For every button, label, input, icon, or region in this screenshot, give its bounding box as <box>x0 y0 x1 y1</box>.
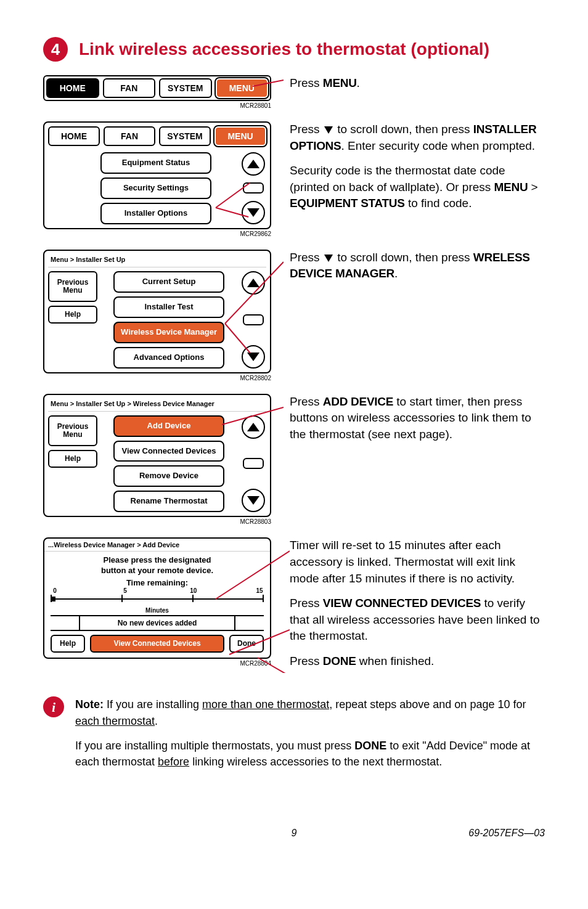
fig5-breadcrumb: ...Wireless Device Manager > Add Device <box>44 539 270 552</box>
arrow-up-icon <box>247 423 259 431</box>
scroll-down-button[interactable] <box>242 201 265 224</box>
arrow-down-icon <box>247 353 259 361</box>
add-device-message: Please press the designated button at yo… <box>44 552 270 577</box>
info-icon: i <box>43 696 64 717</box>
scroll-down-button[interactable] <box>242 489 265 512</box>
menu-equipment-status[interactable]: Equipment Status <box>100 152 211 174</box>
t: Press <box>290 654 323 667</box>
scroll-up-button[interactable] <box>242 152 265 176</box>
fig2-panel: HOME FAN SYSTEM MENU Equipment Status Se… <box>43 121 271 229</box>
t: . <box>357 76 360 89</box>
tab-menu[interactable]: MENU <box>216 78 269 98</box>
down-arrow-icon <box>324 126 333 134</box>
t: button at your remote device. <box>101 566 213 575</box>
arrow-down-icon <box>247 496 259 505</box>
note-label: Note: <box>75 698 104 711</box>
arrow-up-icon <box>247 279 259 287</box>
page-number: 9 <box>136 828 452 839</box>
fig2-ref: MCR29862 <box>43 230 271 237</box>
scroll-up-button[interactable] <box>242 415 265 439</box>
t: If you are installing multiple thermosta… <box>75 740 354 752</box>
t: Press <box>290 597 323 609</box>
tick-0: 0 <box>53 587 57 594</box>
select-button[interactable] <box>243 182 264 194</box>
tab-system[interactable]: SYSTEM <box>159 78 212 98</box>
time-remaining-label: Time remaining: <box>44 578 270 587</box>
t: DONE <box>323 654 356 667</box>
t: when finished. <box>356 654 435 667</box>
tab-home[interactable]: HOME <box>46 78 99 98</box>
tick-5: 5 <box>123 587 127 594</box>
t: more than one thermostat <box>202 698 329 711</box>
step-header: 4 Link wireless accessories to thermosta… <box>43 37 545 62</box>
menu-view-connected-devices[interactable]: View Connected Devices <box>113 441 224 462</box>
t: Press <box>290 251 323 264</box>
scroll-up-button[interactable] <box>242 271 265 295</box>
step-title: Link wireless accessories to thermostat … <box>79 39 489 59</box>
t: each thermostat <box>75 715 155 727</box>
tick-10: 10 <box>190 587 197 594</box>
menu-rename-thermostat[interactable]: Rename Thermostat <box>113 491 224 512</box>
timer-ruler: 0 5 10 15 <box>51 590 264 607</box>
help-button[interactable]: Help <box>51 635 85 653</box>
t: to scroll down, then press <box>334 123 473 136</box>
fig1-ref: MCR28801 <box>43 102 271 109</box>
select-button[interactable] <box>243 314 264 325</box>
t: Press <box>290 76 323 89</box>
tab-menu[interactable]: MENU <box>214 126 266 146</box>
minutes-label: Minutes <box>44 607 270 614</box>
menu-installer-options[interactable]: Installer Options <box>100 203 211 224</box>
down-arrow-icon <box>324 255 333 262</box>
tab-home[interactable]: HOME <box>48 126 100 146</box>
tab-fan[interactable]: FAN <box>103 78 156 98</box>
t: VIEW CONNECTED DEVICES <box>323 597 481 609</box>
t: MENU <box>323 76 357 89</box>
fig5-panel: ...Wireless Device Manager > Add Device … <box>43 537 271 659</box>
t: If you are installing <box>104 698 202 711</box>
arrow-down-icon <box>247 208 259 217</box>
t: Press <box>290 395 323 408</box>
step-number-badge: 4 <box>43 37 68 62</box>
t: linking wireless accessories to the next… <box>189 756 442 768</box>
t: to find code. <box>405 197 472 210</box>
note-block: i Note: If you are installing more than … <box>43 696 545 778</box>
done-button[interactable]: Done <box>229 635 264 653</box>
fig4-ref: MCR28803 <box>43 518 271 525</box>
page-footer: 9 69-2057EFS—03 <box>43 828 545 839</box>
menu-add-device[interactable]: Add Device <box>113 415 224 437</box>
t: DONE <box>354 740 386 752</box>
help-button[interactable]: Help <box>48 306 97 324</box>
fig1-tabs: HOME FAN SYSTEM MENU <box>43 75 271 101</box>
menu-remove-device[interactable]: Remove Device <box>113 465 224 487</box>
select-button[interactable] <box>243 458 264 469</box>
arrow-up-icon <box>247 160 259 168</box>
fig3-breadcrumb: Menu > Installer Set Up <box>48 255 266 267</box>
tick-15: 15 <box>256 587 263 594</box>
fig5-instruction: Timer will re-set to 15 minutes after ea… <box>290 537 545 678</box>
view-connected-devices-button[interactable]: View Connected Devices <box>90 635 224 653</box>
tab-system[interactable]: SYSTEM <box>159 126 211 146</box>
fig4-panel: Menu > Installer Set Up > Wireless Devic… <box>43 394 271 518</box>
fig3-instruction: Press to scroll down, then press WRELESS… <box>290 250 545 291</box>
menu-installer-test[interactable]: Installer Test <box>113 296 224 318</box>
t: MENU <box>494 181 528 194</box>
t: EQUIPMENT STATUS <box>290 197 405 210</box>
tab-fan[interactable]: FAN <box>104 126 155 146</box>
menu-security-settings[interactable]: Security Settings <box>100 177 211 199</box>
fig5-ref: MCR28804 <box>43 660 271 667</box>
menu-wireless-device-manager[interactable]: Wireless Device Manager <box>113 322 224 343</box>
fig3-panel: Menu > Installer Set Up Previous Menu He… <box>43 250 271 373</box>
fig1-instruction: Press MENU. <box>290 75 545 100</box>
scroll-down-button[interactable] <box>242 345 265 369</box>
t: > <box>528 181 537 194</box>
t: Security code is the thermostat date cod… <box>290 164 505 194</box>
t: Please press the designated <box>104 555 211 565</box>
menu-advanced-options[interactable]: Advanced Options <box>113 347 224 369</box>
help-button[interactable]: Help <box>48 450 97 468</box>
menu-current-setup[interactable]: Current Setup <box>113 271 224 293</box>
fig4-breadcrumb: Menu > Installer Set Up > Wireless Devic… <box>48 399 266 412</box>
t: before <box>158 756 189 768</box>
t: ADD DEVICE <box>323 395 393 408</box>
previous-menu-button[interactable]: Previous Menu <box>48 415 97 446</box>
previous-menu-button[interactable]: Previous Menu <box>48 271 97 302</box>
